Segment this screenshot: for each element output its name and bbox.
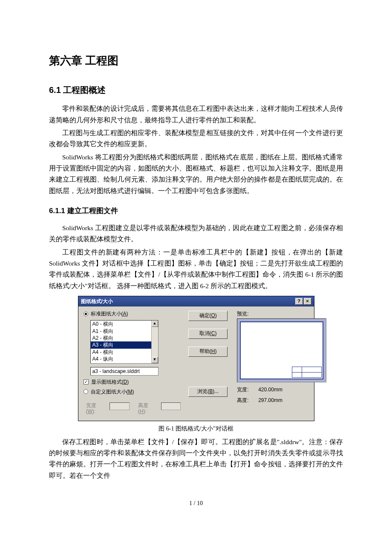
width-value: 420.00mm	[258, 387, 282, 393]
list-item[interactable]: A1 - 横向	[91, 328, 158, 335]
help-button[interactable]: 帮助(H)	[188, 347, 228, 357]
paragraph: SolidWorks 将工程图分为图纸格式和图纸两层，图纸格式在底层，图纸在上层…	[49, 152, 343, 197]
radio-icon	[84, 389, 88, 394]
ok-button[interactable]: 确定(O)	[188, 311, 228, 321]
list-item-selected[interactable]: A3 - 横向	[91, 341, 158, 348]
width-readout: 宽度: 420.00mm	[237, 387, 326, 393]
height-value: 297.00mm	[258, 397, 282, 403]
list-item[interactable]: A4 - 横向	[91, 349, 158, 356]
preview-sheet	[240, 321, 323, 379]
chapter-title: 第六章 工程图	[49, 51, 343, 70]
custom-width-input[interactable]	[110, 402, 130, 410]
section-6-1-heading: 6.1 工程图概述	[49, 83, 343, 97]
page-footer: 1 / 10	[49, 498, 343, 509]
template-path-input[interactable]: a3 - landscape.slddrt	[90, 367, 159, 376]
dialog-titlebar[interactable]: 图纸格式/大小 ? ×	[78, 296, 314, 306]
checkbox-show-sheet-format[interactable]: 显示图纸格式(D)	[84, 379, 181, 385]
preview-box	[237, 318, 326, 382]
titlebar-help-button[interactable]: ?	[295, 298, 303, 305]
custom-height-input[interactable]	[161, 402, 181, 410]
height-readout: 高度: 297.00mm	[237, 397, 326, 403]
paragraph: 保存工程图时，单击菜单栏【文件】/【保存】即可。工程图的扩展名是".slddrw…	[49, 436, 343, 481]
radio-label: 标准图纸大小(A)	[91, 311, 128, 317]
titlebar-close-button[interactable]: ×	[304, 298, 311, 305]
section-6-1-1-heading: 6.1.1 建立工程图文件	[49, 205, 343, 217]
paragraph: SolidWorks 工程图建立是以零件或装配体模型为基础的，因此在建立工程图之…	[49, 223, 343, 245]
radio-custom-size[interactable]: 自定义图纸大小(M)	[84, 389, 181, 395]
preview-titleblock	[292, 367, 322, 378]
radio-standard-size[interactable]: 标准图纸大小(A)	[84, 311, 181, 317]
sheet-format-dialog: 图纸格式/大小 ? × 标准图纸大小(A) A0 - 横向 A1 - 横向 A2…	[78, 296, 314, 421]
preview-label: 预览:	[237, 311, 326, 317]
custom-dimensions-row: 宽度(W): 高度(H):	[86, 402, 181, 415]
checkbox-icon	[84, 379, 89, 384]
paragraph: 工程图与生成工程图的相应零件、装配体模型是相互链接的文件，对其中任何一个文件进行…	[49, 127, 343, 150]
scroll-up-icon[interactable]: ▲	[152, 321, 158, 327]
sheet-size-listbox[interactable]: A0 - 横向 A1 - 横向 A2 - 横向 A3 - 横向 A4 - 横向 …	[90, 320, 159, 364]
list-item[interactable]: A2 - 横向	[91, 335, 158, 341]
browse-button[interactable]: 浏览(B)...	[188, 387, 228, 397]
list-item[interactable]: A4 - 纵向	[91, 356, 158, 362]
list-item[interactable]: A0 - 横向	[91, 321, 158, 327]
cancel-button[interactable]: 取消(C)	[188, 329, 228, 339]
listbox-items: A0 - 横向 A1 - 横向 A2 - 横向 A3 - 横向 A4 - 横向 …	[91, 321, 158, 364]
paragraph: 零件和装配体的设计完成后，需要将其信息在工程图中表达出来，这样才能向工程技术人员…	[49, 103, 343, 126]
scroll-down-icon[interactable]: ▼	[152, 357, 158, 363]
checkbox-label: 显示图纸格式(D)	[91, 379, 129, 385]
custom-width-label: 宽度(W):	[86, 402, 101, 415]
figure-caption-6-1: 图 6-1 图纸格式/大小"对话框	[49, 424, 343, 434]
list-item[interactable]: A3	[91, 363, 158, 364]
radio-icon	[84, 312, 88, 316]
radio-label: 自定义图纸大小(M)	[91, 389, 134, 395]
custom-height-label: 高度(H):	[138, 402, 153, 415]
paragraph: 工程图文件的新建有两种方法：一是单击标准工具栏中的【新建】按钮，在弹出的【新建 …	[49, 247, 343, 292]
dialog-title: 图纸格式/大小	[81, 298, 113, 304]
listbox-scrollbar[interactable]: ▲ ▼	[151, 321, 158, 363]
